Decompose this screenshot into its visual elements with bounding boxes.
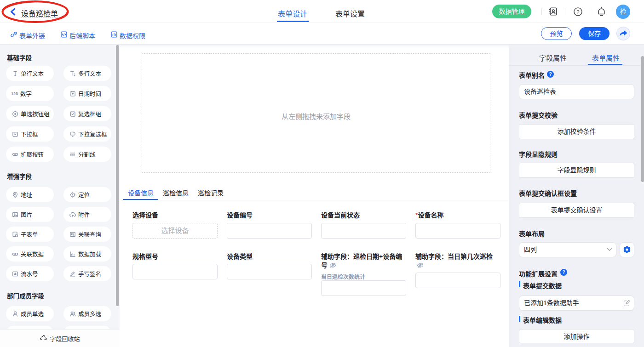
svg-text:?: ?: [562, 270, 565, 275]
svg-text:?: ?: [549, 72, 552, 77]
svg-text:?: ?: [576, 9, 579, 15]
